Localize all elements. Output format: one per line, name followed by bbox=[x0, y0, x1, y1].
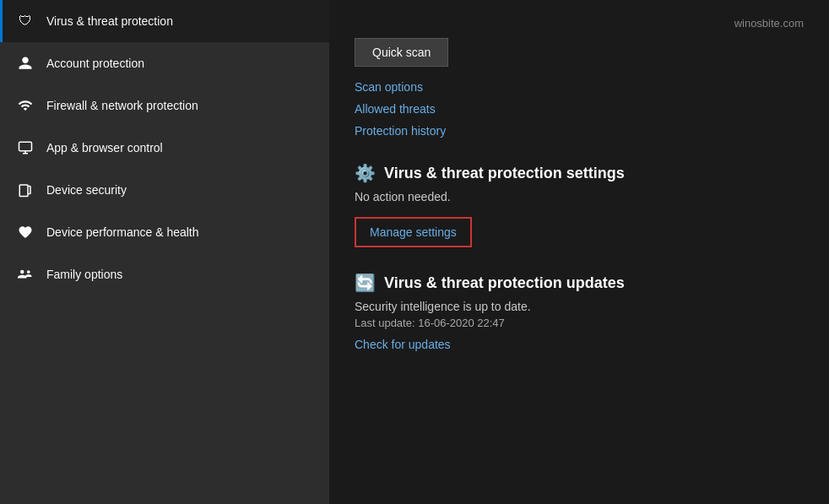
manage-settings-button[interactable]: Manage settings bbox=[355, 217, 472, 247]
check-updates-link[interactable]: Check for updates bbox=[355, 338, 804, 351]
svg-rect-0 bbox=[19, 142, 32, 151]
health-icon bbox=[16, 223, 35, 241]
updates-status: Security intelligence is up to date. bbox=[355, 300, 804, 313]
sidebar-item-app-browser[interactable]: App & browser control bbox=[0, 127, 329, 169]
firewall-icon bbox=[16, 96, 35, 115]
sidebar-item-label: Account protection bbox=[46, 57, 144, 70]
sidebar-item-label: Firewall & network protection bbox=[46, 99, 198, 112]
settings-title-row: ⚙️ Virus & threat protection settings bbox=[355, 163, 804, 183]
sidebar-item-device-security[interactable]: Device security bbox=[0, 169, 329, 211]
sidebar-item-label: Virus & threat protection bbox=[46, 14, 173, 28]
updates-last-update: Last update: 16-06-2020 22:47 bbox=[355, 317, 804, 329]
allowed-threats-link[interactable]: Allowed threats bbox=[355, 102, 804, 116]
quick-scan-button[interactable]: Quick scan bbox=[355, 38, 448, 67]
virus-updates-section: 🔄 Virus & threat protection updates Secu… bbox=[355, 273, 804, 351]
family-icon bbox=[16, 265, 35, 284]
svg-point-4 bbox=[20, 270, 24, 274]
refresh-icon: 🔄 bbox=[355, 273, 376, 293]
shield-icon: 🛡 bbox=[16, 12, 35, 30]
sidebar-item-label: Device performance & health bbox=[46, 225, 199, 239]
sidebar-item-device-performance[interactable]: Device performance & health bbox=[0, 211, 329, 253]
updates-title-row: 🔄 Virus & threat protection updates bbox=[355, 273, 804, 293]
main-content: winosbite.com Quick scan Scan options Al… bbox=[329, 0, 829, 504]
sidebar-item-firewall[interactable]: Firewall & network protection bbox=[0, 84, 329, 127]
device-security-icon bbox=[16, 181, 35, 199]
app-browser-icon bbox=[16, 138, 35, 157]
sidebar-item-label: Family options bbox=[46, 268, 122, 281]
settings-subtitle: No action needed. bbox=[355, 190, 804, 203]
updates-section-title: Virus & threat protection updates bbox=[384, 274, 625, 292]
settings-section-title: Virus & threat protection settings bbox=[384, 165, 625, 182]
virus-settings-section: ⚙️ Virus & threat protection settings No… bbox=[355, 163, 804, 247]
sidebar-item-label: Device security bbox=[46, 183, 127, 197]
svg-point-5 bbox=[27, 270, 30, 274]
protection-history-link[interactable]: Protection history bbox=[355, 124, 804, 138]
sidebar: 🛡 Virus & threat protection Account prot… bbox=[0, 0, 329, 504]
account-icon bbox=[16, 54, 35, 73]
sidebar-item-label: App & browser control bbox=[46, 141, 163, 154]
settings-gear-icon: ⚙️ bbox=[355, 163, 376, 183]
sidebar-item-family[interactable]: Family options bbox=[0, 253, 329, 295]
sidebar-item-virus-threat[interactable]: 🛡 Virus & threat protection bbox=[0, 0, 329, 42]
svg-rect-3 bbox=[19, 185, 28, 197]
scan-options-link[interactable]: Scan options bbox=[355, 80, 804, 94]
watermark: winosbite.com bbox=[355, 17, 804, 30]
sidebar-item-account-protection[interactable]: Account protection bbox=[0, 42, 329, 84]
